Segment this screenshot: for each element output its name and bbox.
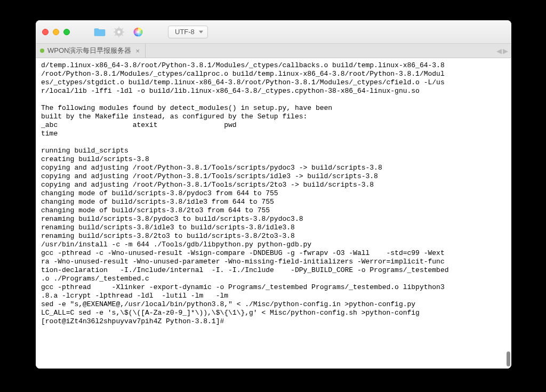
- status-dot-icon: [40, 49, 44, 53]
- terminal-output[interactable]: d/temp.linux-x86_64-3.8/root/Python-3.8.…: [36, 58, 511, 369]
- encoding-dropdown[interactable]: UTF-8: [168, 26, 208, 38]
- maximize-window-button[interactable]: [63, 29, 70, 35]
- folder-icon[interactable]: [92, 25, 107, 39]
- titlebar: UTF-8: [36, 20, 511, 44]
- svg-rect-3: [114, 31, 115, 33]
- color-wheel-icon[interactable]: [131, 25, 146, 39]
- minimize-window-button[interactable]: [53, 29, 59, 35]
- folder-icon-svg: [94, 27, 106, 37]
- terminal-text: d/temp.linux-x86_64-3.8/root/Python-3.8.…: [41, 61, 449, 325]
- close-window-button[interactable]: [42, 29, 49, 35]
- tab-prev-button[interactable]: ◀: [496, 47, 502, 55]
- color-wheel-icon-svg: [133, 27, 143, 37]
- svg-rect-4: [123, 31, 124, 33]
- tab-session[interactable]: WPON演示每日早报服务器 ×: [36, 44, 146, 58]
- tab-nav: ◀ ▶: [496, 44, 508, 58]
- tab-close-button[interactable]: ×: [135, 47, 140, 54]
- window-controls: [42, 29, 70, 35]
- svg-point-9: [117, 30, 120, 33]
- gear-icon[interactable]: [111, 25, 126, 39]
- tabbar: WPON演示每日早报服务器 × ◀ ▶: [36, 44, 511, 58]
- terminal-window: UTF-8 WPON演示每日早报服务器 × ◀ ▶ d/temp.linux-x…: [36, 20, 511, 369]
- gear-icon-svg: [114, 27, 124, 37]
- svg-point-10: [134, 27, 143, 36]
- tab-next-button[interactable]: ▶: [503, 47, 508, 55]
- tab-title: WPON演示每日早报服务器: [47, 46, 131, 55]
- svg-rect-1: [118, 27, 119, 28]
- encoding-label: UTF-8: [175, 28, 195, 36]
- svg-rect-2: [118, 35, 119, 37]
- scrollbar-thumb[interactable]: [507, 351, 510, 366]
